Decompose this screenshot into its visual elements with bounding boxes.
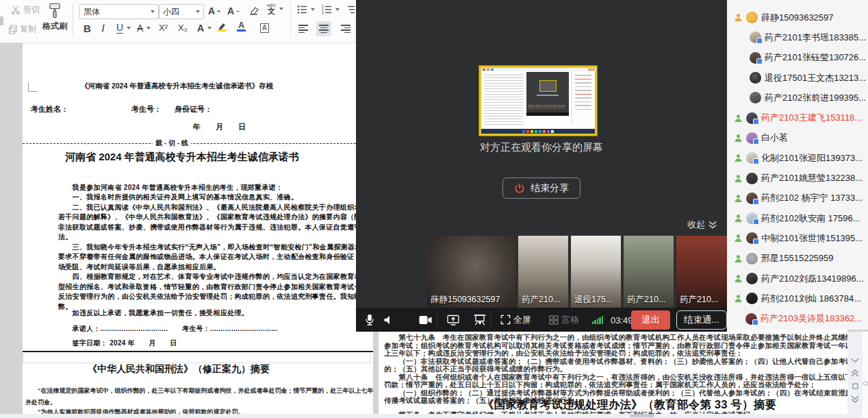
- video-tile[interactable]: 药产210...: [518, 236, 568, 308]
- divider: [437, 314, 437, 326]
- participant-row[interactable]: 药产2103吴诗晨183362...: [727, 308, 868, 328]
- share-screen-button[interactable]: [447, 315, 459, 325]
- end-call-button[interactable]: 结束通...: [676, 310, 727, 330]
- font-name-select[interactable]: 黑体: [79, 4, 159, 19]
- law-line: “在法律规定的国家考试中，组织作弊的，处三年以下有期徒刑或者拘役，并处或者单处罚…: [25, 386, 373, 395]
- person-status-icon: [734, 114, 743, 123]
- whiteboard-button[interactable]: [474, 315, 486, 325]
- video-tile[interactable]: 退役175...: [571, 236, 621, 308]
- horizontal-scrollbar-handle[interactable]: [630, 414, 654, 417]
- gear-icon[interactable]: [863, 381, 868, 386]
- document-page-1: 《河南省 2024 年普通高校专升本招生考生诚信承诺书》存根 考生姓名： 考生号…: [23, 42, 373, 418]
- thumbnail-video-row: [528, 105, 565, 111]
- participant-row[interactable]: 药剂2102耿安南 17596...: [727, 208, 868, 228]
- camera-button[interactable]: [419, 315, 432, 324]
- participant-row[interactable]: 药剂2102 杨宇宁 13733...: [727, 188, 868, 208]
- participant-list: 薛静15093632597 药产2101李书瑶183385... 药产2101张…: [727, 0, 868, 330]
- video-tile-name: 薛静15093632597: [431, 294, 500, 306]
- font-color-bar: [237, 29, 246, 32]
- end-share-button[interactable]: 结束分享: [502, 177, 580, 199]
- share-screen-icon: [447, 315, 459, 325]
- strikethrough-button[interactable]: A: [137, 23, 151, 34]
- eraser-icon: [248, 6, 259, 16]
- divider: [490, 314, 491, 326]
- grid-view-button[interactable]: 宫格: [549, 314, 579, 326]
- grid-view-label: 宫格: [561, 314, 579, 326]
- fullscreen-button[interactable]: 全屏: [500, 314, 531, 326]
- exit-button[interactable]: 退出: [631, 310, 670, 330]
- font-name-value: 黑体: [84, 6, 100, 18]
- field-name-label: 考生姓名：: [31, 104, 68, 114]
- font-color-glyph: A: [238, 21, 244, 29]
- char-border-button[interactable]: A: [260, 23, 269, 33]
- person-status-icon: [734, 134, 743, 143]
- align-right-button[interactable]: [338, 21, 353, 36]
- collapse-label: 收起: [687, 219, 705, 231]
- multilevel-list-icon: [348, 5, 356, 14]
- participant-row[interactable]: 薛静15093632597: [727, 8, 868, 27]
- grow-font-button[interactable]: A+: [208, 5, 220, 16]
- clear-format-button[interactable]: [248, 6, 259, 16]
- bold-button[interactable]: B: [84, 23, 91, 34]
- scroll-down-icon[interactable]: [851, 358, 859, 363]
- chevron-down-icon: [196, 10, 200, 13]
- subscript-button[interactable]: X₂: [178, 23, 188, 33]
- italic-button[interactable]: I: [101, 23, 105, 34]
- next-page-icon[interactable]: [851, 395, 859, 403]
- align-center-button[interactable]: [316, 21, 331, 36]
- shrink-font-glyph: A: [227, 5, 234, 16]
- field-id-label: 身份证号：: [175, 104, 212, 114]
- double-chevron-down-icon: [708, 220, 717, 230]
- shared-screen-thumbnail[interactable]: [479, 66, 597, 136]
- select-browse-object-icon[interactable]: [852, 383, 858, 389]
- speaker-button[interactable]: [383, 315, 394, 325]
- video-tile[interactable]: 薛静15093632597: [427, 236, 515, 308]
- participant-name: 退役17501王文杰13213...: [765, 72, 866, 84]
- phonetic-guide-button[interactable]: wén 文: [267, 3, 283, 15]
- thumbnail-titlebar: [481, 68, 596, 71]
- participant-row[interactable]: 药剂2101刘灿 1863784...: [727, 288, 868, 308]
- video-tile[interactable]: 药产210...: [676, 236, 727, 308]
- mobile-online-badge: [756, 58, 763, 64]
- participant-row[interactable]: 药产2101张钰莹130726...: [727, 48, 868, 68]
- participant-row[interactable]: 药产2101李书瑶183385...: [727, 27, 868, 47]
- participant-row[interactable]: 化制2101张迎阳139373...: [727, 148, 868, 168]
- copy-button[interactable]: 复制: [8, 23, 36, 35]
- end-share-label: 结束分享: [531, 182, 569, 195]
- video-tile[interactable]: 药产210...: [624, 236, 674, 308]
- microphone-button[interactable]: [364, 314, 375, 325]
- text-effect-button[interactable]: A: [197, 23, 212, 34]
- thumbnail-caption-line: [537, 95, 559, 96]
- shrink-font-button[interactable]: A−: [227, 5, 240, 16]
- bullet-list-button[interactable]: [297, 5, 315, 14]
- participant-row[interactable]: 中制2101张世博151395...: [727, 228, 868, 248]
- multilevel-list-button[interactable]: [348, 5, 356, 14]
- participant-row[interactable]: 药产2102张前进199395...: [727, 88, 868, 108]
- previous-page-icon[interactable]: [851, 369, 859, 377]
- font-color-button[interactable]: A: [237, 21, 246, 32]
- collapse-button[interactable]: 收起: [687, 219, 717, 231]
- superscript-button[interactable]: X²: [159, 23, 168, 33]
- bullet-list-icon: [297, 5, 307, 14]
- highlight-button[interactable]: [218, 21, 227, 32]
- mobile-online-badge: [753, 219, 759, 225]
- participant-row[interactable]: 药产2101姚慧莹132238...: [727, 168, 868, 188]
- numbered-list-button[interactable]: 123: [322, 5, 340, 14]
- participant-row[interactable]: 药产2103王建飞153118...: [727, 108, 868, 127]
- participant-row[interactable]: 退役17501王文杰13213...: [727, 68, 868, 88]
- cut-button[interactable]: 剪切: [11, 4, 40, 16]
- body-line: 我是参加河南省 2024 年普通高校专升本招生的考生，现郑重承诺：: [58, 183, 283, 193]
- cut-label: 剪切: [23, 4, 40, 16]
- align-left-button[interactable]: [296, 21, 311, 36]
- participant-row[interactable]: 邢星15515225959: [727, 249, 868, 269]
- format-painter-button[interactable]: 格式刷: [42, 3, 67, 32]
- font-size-select[interactable]: 小四: [159, 4, 204, 19]
- avatar: [746, 132, 758, 144]
- participant-row[interactable]: 白小茗: [727, 128, 868, 148]
- participant-row[interactable]: 药产2102刘磊13419896...: [727, 269, 868, 288]
- meeting-toolbar: 全屏 宫格 03:49 退出 结束通...: [356, 308, 727, 332]
- align-left-icon: [298, 23, 308, 34]
- avatar: [750, 92, 761, 103]
- underline-button[interactable]: U: [116, 23, 131, 34]
- mobile-online-badge: [753, 138, 759, 145]
